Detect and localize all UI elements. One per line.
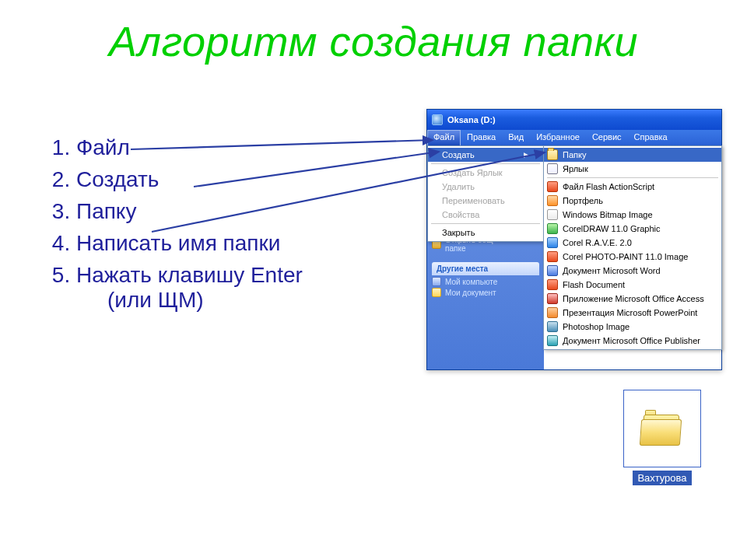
drive-icon (432, 114, 443, 125)
task-my-documents-label: Мои документ (445, 289, 496, 297)
folder-icon (547, 149, 558, 160)
task-my-computer[interactable]: Мой компьюте (432, 277, 539, 286)
red-icon (547, 279, 558, 290)
menu-item-close[interactable]: Закрыть (428, 226, 543, 240)
submenu-item[interactable]: Папку (544, 148, 721, 162)
submenu-item[interactable]: Приложение Microsoft Office Access (544, 292, 721, 306)
submenu-item[interactable]: Ярлык (544, 162, 721, 176)
step-5: Нажать клавишу Enter (или ЩМ) (76, 263, 303, 313)
menu-tools[interactable]: Сервис (586, 130, 628, 145)
access-icon (547, 293, 558, 304)
menubar: Файл Правка Вид Избранное Сервис Справка (427, 130, 721, 145)
blue-icon (547, 237, 558, 248)
step-4: Написать имя папки (76, 231, 303, 256)
orange-icon (547, 195, 558, 206)
step-2: Создать (76, 167, 303, 192)
submenu-item[interactable]: Photoshop Image (544, 320, 721, 334)
menu-item-create[interactable]: Создать ▶ (428, 148, 543, 162)
submenu-item-label: Corel PHOTO-PAINT 11.0 Image (563, 252, 688, 261)
menu-item-rename: Переименовать (428, 194, 543, 208)
task-other-places-header[interactable]: Другие места (432, 262, 539, 275)
submenu-item-label: Windows Bitmap Image (563, 210, 653, 219)
green-icon (547, 223, 558, 234)
menu-item-properties: Свойства (428, 208, 543, 222)
submenu-item-label: Corel R.A.V.E. 2.0 (563, 238, 632, 247)
menu-item-delete: Удалить (428, 180, 543, 194)
menu-separator (431, 223, 540, 224)
submenu-item-label: Презентация Microsoft PowerPoint (563, 308, 697, 317)
file-menu-dropdown: Создать ▶ Создать Ярлык Удалить Переимен… (427, 145, 544, 242)
publisher-icon (547, 335, 558, 346)
submenu-item-label: Photoshop Image (563, 322, 630, 331)
menu-edit[interactable]: Правка (461, 130, 502, 145)
new-folder-name[interactable]: Вахтурова (633, 471, 691, 485)
menu-file[interactable]: Файл (427, 130, 461, 145)
ppt-icon (547, 307, 558, 318)
slide-title: Алгоритм создания папки (0, 17, 747, 65)
submenu-item-label: Приложение Microsoft Office Access (563, 294, 704, 303)
step-5-note: (или ЩМ) (107, 288, 303, 313)
submenu-item[interactable]: Flash Document (544, 278, 721, 292)
new-folder-selection-box[interactable] (623, 390, 701, 467)
menu-view[interactable]: Вид (502, 130, 530, 145)
task-my-documents[interactable]: Мои документ (432, 288, 539, 297)
submenu-item[interactable]: Документ Microsoft Word (544, 264, 721, 278)
submenu-separator (547, 177, 718, 178)
word-icon (547, 265, 558, 276)
submenu-item-label: Документ Microsoft Office Publisher (563, 336, 700, 345)
submenu-item-label: Ярлык (563, 164, 588, 173)
submenu-item[interactable]: Портфель (544, 194, 721, 208)
algorithm-steps: Файл Создать Папку Написать имя папки На… (39, 128, 303, 320)
red-icon (547, 251, 558, 262)
menu-favorites[interactable]: Избранное (530, 130, 586, 145)
step-1: Файл (76, 135, 303, 160)
shortcut-icon (547, 163, 558, 174)
submenu-item[interactable]: Презентация Microsoft PowerPoint (544, 306, 721, 320)
folder-large-icon (640, 411, 684, 446)
page-icon (547, 209, 558, 220)
submenu-item[interactable]: Windows Bitmap Image (544, 208, 721, 222)
submenu-item[interactable]: CorelDRAW 11.0 Graphic (544, 222, 721, 236)
menu-help[interactable]: Справка (628, 130, 674, 145)
red-icon (547, 181, 558, 192)
computer-icon (432, 277, 441, 286)
submenu-item-label: Flash Document (563, 280, 625, 289)
menu-separator (431, 163, 540, 164)
step-5-text: Нажать клавишу Enter (76, 263, 303, 287)
submenu-arrow-icon: ▶ (524, 151, 529, 159)
submenu-item[interactable]: Corel R.A.V.E. 2.0 (544, 236, 721, 250)
photoshop-icon (547, 321, 558, 332)
submenu-item[interactable]: Документ Microsoft Office Publisher (544, 334, 721, 348)
submenu-item[interactable]: Corel PHOTO-PAINT 11.0 Image (544, 250, 721, 264)
submenu-item-label: Папку (563, 150, 586, 159)
submenu-item-label: Портфель (563, 196, 603, 205)
menu-item-create-label: Создать (442, 150, 475, 159)
menu-item-create-shortcut: Создать Ярлык (428, 166, 543, 180)
window-titlebar[interactable]: Oksana (D:) (427, 110, 721, 130)
step-3: Папку (76, 199, 303, 224)
documents-icon (432, 288, 441, 297)
new-folder-preview: Вахтурова (612, 390, 712, 485)
window-title: Oksana (D:) (447, 115, 496, 124)
create-submenu: ПапкуЯрлыкФайл Flash ActionScriptПортфел… (543, 145, 722, 350)
submenu-item-label: CorelDRAW 11.0 Graphic (563, 224, 661, 233)
submenu-item-label: Файл Flash ActionScript (563, 182, 654, 191)
explorer-window: Oksana (D:) Файл Правка Вид Избранное Се… (426, 109, 722, 370)
submenu-item[interactable]: Файл Flash ActionScript (544, 180, 721, 194)
submenu-item-label: Документ Microsoft Word (563, 266, 661, 275)
task-my-computer-label: Мой компьюте (445, 278, 497, 286)
